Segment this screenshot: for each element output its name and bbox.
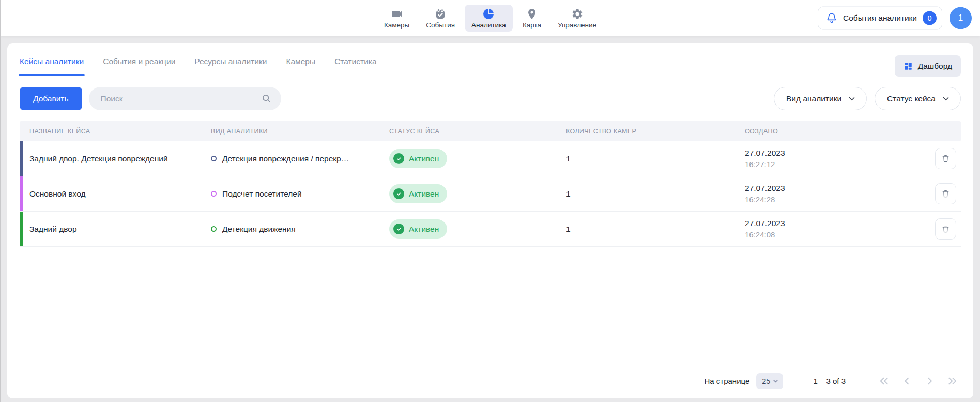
column-header-2: СТАТУС КЕЙСА — [388, 128, 566, 135]
nav-item-camera[interactable]: Камеры — [377, 5, 416, 32]
events-button-label: События аналитики — [843, 13, 917, 23]
nav-item-label: Аналитика — [471, 21, 506, 29]
status-label: Активен — [409, 225, 439, 234]
bell-icon — [826, 12, 837, 24]
delete-button[interactable] — [935, 183, 956, 204]
cameras-count: 1 — [566, 225, 745, 234]
table-body: Задний двор. Детекция повреждений Детекц… — [7, 141, 973, 247]
column-header-1: ВИД АНАЛИТИКИ — [207, 128, 388, 135]
search-box[interactable] — [89, 87, 281, 110]
delete-button[interactable] — [935, 218, 956, 240]
analytics-type: Детекция движения — [222, 225, 296, 234]
trash-icon — [941, 189, 950, 198]
pin-icon — [526, 8, 538, 20]
row-accent-bar — [20, 141, 23, 176]
dashboard-button-label: Дашборд — [918, 62, 952, 71]
pagination: На странице 25 1 – 3 of 3 — [7, 373, 973, 398]
nav-item-label: Карта — [523, 21, 541, 29]
status-badge: Активен — [389, 184, 447, 203]
nav-item-event[interactable]: События — [419, 5, 462, 32]
per-page-value: 25 — [762, 377, 770, 385]
tab-2[interactable]: Ресурсы аналитики — [194, 57, 267, 76]
nav-item-gear[interactable]: Управление — [551, 5, 603, 32]
created-date: 27.07.2023 — [745, 148, 926, 158]
column-header-3: КОЛИЧЕСТВО КАМЕР — [566, 128, 745, 135]
filter-label: Вид аналитики — [786, 94, 841, 103]
toolbar: Добавить Вид аналитики Статус кейса — [7, 77, 973, 110]
analytics-type-icon — [211, 191, 217, 197]
main-nav: Камеры События Аналитика Карта Управлени… — [377, 5, 603, 32]
camera-icon — [391, 8, 403, 20]
topbar: Камеры События Аналитика Карта Управлени… — [1, 0, 980, 36]
pie-icon — [482, 8, 495, 20]
trash-icon — [941, 154, 950, 163]
content-card: Кейсы аналитикиСобытия и реакцииРесурсы … — [7, 43, 973, 398]
per-page-label: На странице — [704, 377, 749, 385]
tabs-row: Кейсы аналитикиСобытия и реакцииРесурсы … — [7, 43, 973, 77]
status-label: Активен — [409, 154, 439, 163]
check-icon — [393, 188, 404, 199]
table-row[interactable]: Задний двор. Детекция повреждений Детекц… — [20, 141, 961, 176]
search-icon — [261, 93, 272, 104]
prev-page-button[interactable] — [900, 375, 913, 388]
tabs: Кейсы аналитикиСобытия и реакцииРесурсы … — [20, 57, 377, 76]
first-page-button[interactable] — [878, 375, 891, 388]
pagination-range: 1 – 3 of 3 — [813, 377, 846, 385]
column-header-4: СОЗДАНО — [745, 128, 926, 135]
status-badge: Активен — [389, 219, 447, 239]
tab-0[interactable]: Кейсы аналитики — [20, 57, 84, 76]
analytics-events-button[interactable]: События аналитики 0 — [818, 6, 942, 29]
pager — [878, 375, 959, 388]
analytics-type-icon — [211, 156, 217, 161]
event-icon — [434, 8, 447, 20]
table-header: НАЗВАНИЕ КЕЙСАВИД АНАЛИТИКИСТАТУС КЕЙСАК… — [20, 121, 961, 141]
case-name: Задний двор. Детекция повреждений — [23, 154, 207, 163]
table-row[interactable]: Основной вход Подсчет посетителей Активе… — [20, 176, 961, 212]
filter-dropdown-1[interactable]: Статус кейса — [875, 87, 961, 110]
case-name: Задний двор — [23, 225, 207, 234]
status-label: Активен — [409, 189, 439, 199]
cases-table: НАЗВАНИЕ КЕЙСАВИД АНАЛИТИКИСТАТУС КЕЙСАК… — [7, 121, 973, 247]
row-accent-bar — [20, 212, 23, 246]
avatar[interactable]: 1 — [950, 7, 972, 29]
delete-button[interactable] — [935, 148, 956, 169]
add-button[interactable]: Добавить — [20, 87, 82, 110]
gear-icon — [571, 8, 584, 20]
chevron-down-icon — [941, 94, 951, 103]
created-time: 16:24:28 — [745, 195, 926, 204]
filter-label: Статус кейса — [887, 94, 936, 103]
column-header-0: НАЗВАНИЕ КЕЙСА — [23, 128, 207, 135]
analytics-type: Детекция повреждения / перекр… — [222, 154, 349, 163]
next-page-button[interactable] — [923, 375, 936, 388]
tab-4[interactable]: Статистика — [334, 57, 376, 76]
topbar-right: События аналитики 0 1 — [818, 6, 972, 29]
per-page-select[interactable]: 25 — [756, 373, 783, 389]
dashboard-button[interactable]: Дашборд — [895, 55, 961, 77]
check-icon — [393, 224, 404, 234]
table-row[interactable]: Задний двор Детекция движения Активен 1 … — [20, 212, 961, 247]
last-page-button[interactable] — [946, 375, 959, 388]
analytics-type-icon — [211, 226, 217, 232]
chevron-down-icon — [847, 94, 856, 103]
trash-icon — [941, 225, 950, 233]
nav-item-label: События — [426, 21, 455, 29]
search-input[interactable] — [100, 94, 261, 104]
created-time: 16:24:08 — [745, 230, 926, 239]
nav-item-pin[interactable]: Карта — [516, 5, 548, 32]
tab-1[interactable]: События и реакции — [103, 57, 175, 76]
dashboard-grid-icon — [904, 62, 913, 71]
created-date: 27.07.2023 — [745, 219, 926, 228]
case-name: Основной вход — [23, 189, 207, 199]
filter-dropdown-0[interactable]: Вид аналитики — [774, 87, 867, 110]
events-count-badge: 0 — [923, 11, 937, 25]
chevron-down-icon — [772, 377, 779, 385]
filters: Вид аналитики Статус кейса — [774, 87, 961, 110]
nav-item-pie[interactable]: Аналитика — [465, 5, 513, 32]
cameras-count: 1 — [566, 154, 745, 163]
created-date: 27.07.2023 — [745, 184, 926, 193]
status-badge: Активен — [389, 149, 447, 168]
tab-3[interactable]: Камеры — [286, 57, 315, 76]
check-icon — [393, 153, 404, 164]
created-time: 16:27:12 — [745, 160, 926, 169]
nav-item-label: Управление — [558, 21, 596, 29]
